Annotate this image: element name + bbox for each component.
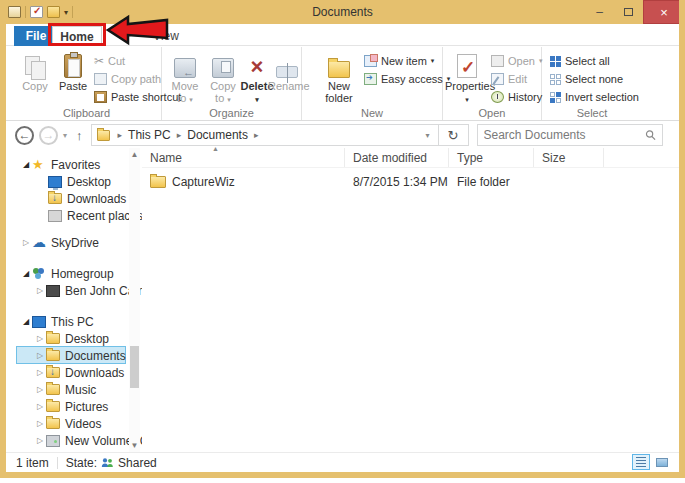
forward-button[interactable]: → xyxy=(39,126,58,145)
column-header-type[interactable]: Type xyxy=(449,148,534,167)
sidebar-item-this-pc[interactable]: ◢ This PC xyxy=(6,313,142,330)
state-shared: State: Shared xyxy=(66,456,157,470)
qat-customize-chevron-icon[interactable]: ▾ xyxy=(64,8,68,17)
column-header-date-modified[interactable]: Date modified xyxy=(345,148,449,167)
documents-folder-icon xyxy=(46,350,60,361)
minimize-button[interactable]: – xyxy=(585,0,614,24)
cut-button[interactable]: ✂Cut xyxy=(94,53,125,69)
scroll-up-icon[interactable]: ▲ xyxy=(129,150,140,159)
new-folder-button[interactable]: Newfolder xyxy=(320,50,358,104)
explorer-app-icon[interactable] xyxy=(8,6,21,18)
expand-arrow-icon[interactable]: ▷ xyxy=(34,334,46,343)
divider xyxy=(25,6,26,18)
breadcrumb-separator: ▸ xyxy=(114,130,127,140)
downloads-icon xyxy=(48,193,62,204)
expand-arrow-icon[interactable]: ▷ xyxy=(20,238,32,247)
copy-to-button[interactable]: Copyto ▾ xyxy=(204,50,242,104)
expand-arrow-icon[interactable]: ▷ xyxy=(34,402,46,411)
history-button[interactable]: History xyxy=(491,89,542,105)
close-button[interactable]: × xyxy=(643,0,685,24)
select-none-button[interactable]: Select none xyxy=(550,71,623,87)
sidebar-item-new-volume-c[interactable]: ▷ New Volume (C:) ▾ xyxy=(6,432,142,449)
window-title: Documents xyxy=(0,5,685,19)
sidebar-item-homegroup[interactable]: ◢ Homegroup xyxy=(6,265,142,282)
sidebar-item-downloads-fav[interactable]: Downloads xyxy=(6,190,142,207)
file-row[interactable]: CaptureWiz 8/7/2015 1:34 PM File folder xyxy=(142,172,679,192)
sidebar-item-videos[interactable]: ▷ Videos xyxy=(6,415,142,432)
copy-button[interactable]: Copy xyxy=(16,50,54,104)
group-label-open: Open xyxy=(443,107,541,119)
copy-icon xyxy=(25,56,45,78)
paste-icon xyxy=(64,54,82,78)
paste-button[interactable]: Paste xyxy=(54,50,92,104)
invert-selection-button[interactable]: Invert selection xyxy=(550,89,639,105)
group-label-organize: Organize xyxy=(162,107,301,119)
sidebar-item-music[interactable]: ▷ Music xyxy=(6,381,142,398)
search-icon[interactable] xyxy=(645,129,656,141)
collapse-arrow-icon[interactable]: ◢ xyxy=(20,160,32,169)
maximize-button[interactable] xyxy=(614,0,643,24)
new-item-icon xyxy=(364,55,377,67)
sort-ascending-icon: ▲ xyxy=(212,145,219,152)
breadcrumb-documents[interactable]: Documents xyxy=(185,128,250,142)
sidebar-scrollbar[interactable]: ▲ ▼ xyxy=(129,148,140,452)
expand-arrow-icon[interactable]: ▷ xyxy=(34,286,46,295)
item-count: 1 item xyxy=(6,456,49,470)
recent-locations-chevron-icon[interactable]: ▾ xyxy=(63,131,67,140)
search-box xyxy=(477,124,663,146)
address-bar[interactable]: ▸ This PC ▸ Documents ▸ ▾ ↻ xyxy=(91,124,469,146)
rename-button[interactable]: Rename xyxy=(268,50,306,104)
sidebar-item-recent-places[interactable]: Recent places xyxy=(6,207,142,224)
details-view-button[interactable] xyxy=(632,454,650,470)
cut-icon: ✂ xyxy=(94,54,104,68)
breadcrumb-this-pc[interactable]: This PC xyxy=(126,128,173,142)
copy-path-button[interactable]: Copy path xyxy=(94,71,161,87)
sidebar-item-skydrive[interactable]: ▷ ☁ SkyDrive xyxy=(6,234,142,251)
details-view-icon xyxy=(636,457,646,467)
paste-shortcut-icon xyxy=(94,91,107,103)
open-icon xyxy=(491,55,504,67)
scroll-down-icon[interactable]: ▼ xyxy=(129,441,140,450)
back-button[interactable]: ← xyxy=(15,126,34,145)
large-icons-view-button[interactable] xyxy=(653,454,671,470)
navigation-pane: ◢ ★ Favorites Desktop Downloads Recent p… xyxy=(6,148,142,452)
search-input[interactable] xyxy=(478,128,645,142)
sidebar-item-pictures[interactable]: ▷ Pictures xyxy=(6,398,142,415)
pictures-folder-icon xyxy=(46,401,60,412)
column-header-size[interactable]: Size xyxy=(534,148,604,167)
select-all-button[interactable]: Select all xyxy=(550,53,610,69)
downloads-folder-icon xyxy=(46,367,60,378)
sidebar-item-downloads[interactable]: ▷ Downloads xyxy=(6,364,142,381)
qat-new-folder-icon[interactable] xyxy=(47,6,60,18)
new-item-button[interactable]: New item▾ xyxy=(364,53,434,69)
recent-places-icon xyxy=(48,210,62,222)
easy-access-button[interactable]: Easy access▾ xyxy=(364,71,450,87)
sidebar-item-favorites[interactable]: ◢ ★ Favorites xyxy=(6,156,142,173)
expand-arrow-icon[interactable]: ▷ xyxy=(34,351,46,360)
sidebar-item-documents[interactable]: ▷ Documents xyxy=(6,347,142,364)
sidebar-item-desktop-fav[interactable]: Desktop xyxy=(6,173,142,190)
qat-properties-icon[interactable] xyxy=(30,6,43,18)
edit-icon xyxy=(491,73,504,85)
refresh-icon[interactable]: ↻ xyxy=(438,125,468,145)
expand-arrow-icon[interactable]: ▷ xyxy=(34,368,46,377)
edit-button[interactable]: Edit xyxy=(491,71,527,87)
move-to-button[interactable]: Moveto ▾ xyxy=(166,50,204,104)
expand-arrow-icon[interactable]: ▷ xyxy=(34,419,46,428)
ribbon-group-select: Select all Select none Invert selection … xyxy=(542,47,642,120)
collapse-arrow-icon[interactable]: ◢ xyxy=(20,317,32,326)
column-header-name[interactable]: Name ▲ xyxy=(142,148,345,167)
properties-button[interactable]: Properties▾ xyxy=(445,50,489,104)
file-date-modified: 8/7/2015 1:34 PM xyxy=(345,175,449,189)
sidebar-item-user[interactable]: ▷ Ben John Campo xyxy=(6,282,142,299)
breadcrumb-separator: ▸ xyxy=(250,130,263,140)
expand-arrow-icon[interactable]: ▷ xyxy=(34,436,46,445)
expand-arrow-icon[interactable]: ▷ xyxy=(34,385,46,394)
copy-to-icon xyxy=(212,58,234,78)
sidebar-item-desktop[interactable]: ▷ Desktop xyxy=(6,330,142,347)
open-button[interactable]: Open▾ xyxy=(491,53,542,69)
select-none-icon xyxy=(550,74,561,85)
address-dropdown-icon[interactable]: ▾ xyxy=(418,131,438,140)
up-one-level-button[interactable]: ↑ xyxy=(76,128,83,143)
collapse-arrow-icon[interactable]: ◢ xyxy=(20,269,32,278)
